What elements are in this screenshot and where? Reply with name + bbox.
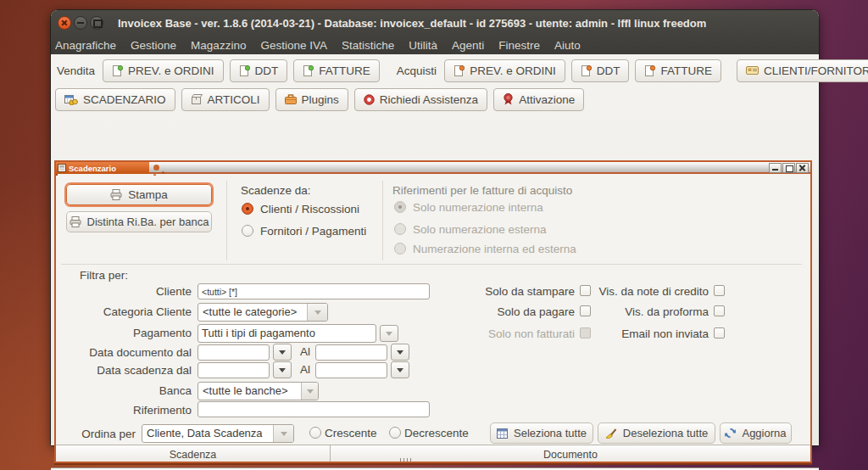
button-label: Deseleziona tutte (623, 427, 708, 439)
new-document-green-icon (239, 65, 250, 76)
menu-aiuto[interactable]: Aiuto (554, 39, 581, 52)
data-scadenza-al-input[interactable] (315, 362, 387, 378)
vis-da-proforma-checkbox[interactable] (714, 305, 725, 316)
categoria-cliente-select[interactable]: <tutte le categorie> (198, 303, 328, 322)
menu-anagrafiche[interactable]: Anagrafiche (55, 39, 116, 52)
clienti-fornitori-button[interactable]: CLIENTI/FORNITORI (737, 59, 868, 82)
data-scadenza-dal-input[interactable] (198, 362, 270, 378)
vis-da-proforma-label[interactable]: Vis. da proforma (522, 305, 709, 318)
menu-utilita[interactable]: Utilità (409, 39, 437, 52)
divider (382, 181, 383, 260)
radio-numerazione-interna-esterna-label: Numerazione interna ed esterna (413, 243, 576, 255)
email-non-inviata-checkbox[interactable] (714, 327, 725, 339)
acquisti-ddt-button[interactable]: DDT (571, 59, 630, 82)
button-label: Plugins (302, 93, 339, 106)
riferimento-label: Riferimento (64, 404, 192, 417)
scadenzario-window-title: Scadenzario (69, 164, 116, 173)
chevron-down-icon (301, 383, 318, 400)
vendita-ddt-button[interactable]: DDT (230, 59, 288, 82)
data-documento-dal-calendar-button[interactable] (273, 344, 292, 361)
pagamento-input[interactable]: Tutti i tipi di pagamento (198, 324, 376, 343)
button-label: DDT (597, 64, 620, 77)
aggiorna-button[interactable]: Aggiorna (720, 422, 792, 444)
minimize-button[interactable] (74, 16, 87, 30)
attivazione-button[interactable]: Attivazione (493, 88, 584, 111)
menu-agenti[interactable]: Agenti (452, 39, 484, 52)
acquisti-prev-ordini-button[interactable]: PREV. e ORDINI (444, 59, 565, 82)
new-document-green-icon (112, 65, 123, 76)
selected-value: <tutte le banche> (198, 383, 301, 400)
radio-clienti-riscossioni[interactable] (242, 203, 253, 215)
al-label: Al (300, 363, 310, 376)
radio-crescente-label[interactable]: Crescente (325, 427, 377, 439)
scadenzario-close-button[interactable] (796, 163, 809, 173)
radio-fornitori-pagamenti-label[interactable]: Fornitori / Pagamenti (260, 225, 366, 238)
scadenze-da-label: Scadenze da: (241, 184, 311, 197)
articoli-button[interactable]: ARTICOLI (181, 88, 270, 111)
scadenzario-content: Stampa Distinta Ri.Ba. per banca Scadenz… (56, 176, 810, 462)
scadenzario-restore-button[interactable] (782, 163, 795, 173)
scrollbar-grip[interactable] (400, 458, 414, 462)
data-scadenza-al-calendar-button[interactable] (391, 361, 409, 378)
titlebar: Invoicex Base - ver. 1.8.6 (2014-03-21) … (51, 10, 819, 36)
menu-gestione-iva[interactable]: Gestione IVA (260, 39, 327, 52)
riferimenti-label: Riferimenti per le fatture di acquisto (392, 184, 572, 197)
radio-crescente[interactable] (309, 427, 321, 439)
column-header-scadenza[interactable]: Scadenza (56, 445, 331, 462)
button-label: ARTICOLI (208, 93, 260, 106)
data-documento-dal-input[interactable] (198, 344, 270, 361)
richiedi-assistenza-button[interactable]: Richiedi Assistenza (354, 88, 487, 111)
button-label: PREV. e ORDINI (470, 64, 556, 77)
acquisti-fatture-button[interactable]: FATTURE (635, 59, 721, 82)
vendita-fatture-button[interactable]: FATTURE (293, 59, 380, 82)
banca-label: Banca (64, 384, 192, 397)
menu-magazzino[interactable]: Magazzino (191, 39, 246, 52)
distinta-riba-button[interactable]: Distinta Ri.Ba. per banca (66, 211, 212, 232)
data-scadenza-dal-calendar-button[interactable] (273, 361, 292, 378)
chevron-down-icon (273, 425, 293, 442)
selected-value: <tutte le categorie> (198, 304, 307, 321)
button-label: Distinta Ri.Ba. per banca (87, 215, 209, 228)
radio-solo-numerazione-esterna-label: Solo numerazione esterna (413, 223, 547, 236)
radio-fornitori-pagamenti[interactable] (242, 225, 253, 237)
banca-select[interactable]: <tutte le banche> (198, 382, 319, 400)
vis-da-note-di-credito-label[interactable]: Vis. da note di credito (522, 285, 709, 298)
email-non-inviata-label[interactable]: Email non inviata (522, 327, 709, 340)
radio-clienti-riscossioni-label[interactable]: Clienti / Riscossioni (260, 203, 359, 215)
seleziona-tutte-button[interactable]: Seleziona tutte (490, 422, 593, 444)
button-label: FATTURE (319, 64, 370, 77)
close-button[interactable] (58, 16, 71, 30)
ordina-per-select[interactable]: Cliente, Data Scadenza (142, 424, 294, 443)
menu-statistiche[interactable]: Statistiche (342, 39, 394, 52)
button-label: Richiedi Assistenza (380, 93, 478, 106)
new-document-orange-icon (581, 65, 592, 76)
plugin-box-icon (285, 94, 297, 104)
maximize-button[interactable] (90, 16, 103, 30)
scadenzario-button[interactable]: SCADENZARIO (55, 88, 175, 111)
filtra-per-label: Filtra per: (80, 269, 128, 282)
button-label: Aggiorna (742, 427, 786, 439)
scadenzario-minimize-button[interactable] (769, 163, 782, 173)
menu-finestre[interactable]: Finestre (498, 39, 540, 52)
scadenzario-window: Scadenzario Stampa (54, 160, 812, 463)
vendita-prev-ordini-button[interactable]: PREV. e ORDINI (103, 59, 224, 82)
scadenzario-window-icon (58, 164, 66, 172)
deseleziona-tutte-button[interactable]: Deseleziona tutte (598, 422, 715, 444)
scadenzario-titlebar[interactable]: Scadenzario (56, 162, 810, 174)
radio-decrescente[interactable] (389, 427, 401, 439)
riferimento-input[interactable] (198, 401, 430, 417)
divider (226, 181, 227, 260)
data-documento-al-input[interactable] (315, 344, 387, 361)
app-window: Invoicex Base - ver. 1.8.6 (2014-03-21) … (51, 10, 819, 445)
radio-decrescente-label[interactable]: Decrescente (404, 427, 469, 439)
plugins-button[interactable]: Plugins (275, 88, 348, 111)
acquisti-label: Acquisti (397, 64, 437, 77)
menu-gestione[interactable]: Gestione (131, 39, 176, 52)
refresh-icon (725, 428, 736, 439)
stampa-button[interactable]: Stampa (66, 184, 212, 205)
new-document-green-icon (303, 65, 314, 76)
button-label: Stampa (128, 188, 168, 201)
menubar: Anagrafiche Gestione Magazzino Gestione … (51, 36, 819, 54)
vis-da-note-di-credito-checkbox[interactable] (714, 285, 725, 296)
data-documento-al-calendar-button[interactable] (391, 344, 409, 361)
